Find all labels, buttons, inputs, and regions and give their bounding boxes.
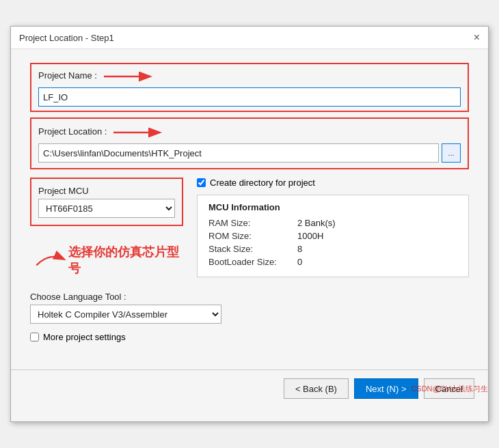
language-section: Choose Language Tool : Holtek C Compiler… — [30, 292, 469, 324]
mcu-ram-key: RAM Size: — [208, 218, 297, 228]
location-row: ... — [38, 143, 461, 163]
close-button[interactable]: × — [474, 32, 480, 43]
more-settings-row: More project settings — [30, 332, 469, 342]
mcu-rom-key: ROM Size: — [208, 231, 297, 241]
dialog-content: Project Name : Project Location : — [11, 49, 488, 356]
left-section: Project MCU HT66F0185 HT66F0183 HT66F018… — [30, 178, 183, 279]
dialog-footer: < Back (B) Next (N) > Cancel — [11, 369, 488, 407]
next-button[interactable]: Next (N) > — [354, 378, 418, 399]
more-settings-checkbox[interactable] — [30, 333, 39, 341]
mcu-stack-key: Stack Size: — [208, 244, 297, 254]
mcu-bootloader-val: 0 — [297, 257, 302, 267]
mcu-info-row: RAM Size: 2 Bank(s) — [208, 218, 457, 228]
mcu-stack-val: 8 — [297, 244, 302, 254]
cancel-button[interactable]: Cancel — [424, 378, 474, 399]
mcu-ram-val: 2 Bank(s) — [297, 218, 336, 228]
mcu-select[interactable]: HT66F0185 HT66F0183 HT66F0180 — [38, 199, 175, 218]
mcu-info-row: Stack Size: 8 — [208, 244, 457, 254]
project-mcu-label: Project MCU — [38, 186, 175, 196]
mcu-info-title: MCU Information — [208, 202, 457, 212]
annotation-row: 选择你的仿真芯片型号 — [30, 238, 183, 279]
arrow-icon-3 — [30, 245, 68, 272]
mcu-info-row: ROM Size: 1000H — [208, 231, 457, 241]
language-label: Choose Language Tool : — [30, 292, 469, 302]
arrow-icon — [104, 68, 159, 85]
arrow-icon-2 — [113, 124, 168, 141]
more-settings-label: More project settings — [43, 332, 126, 342]
project-location-input[interactable] — [38, 143, 439, 163]
create-directory-checkbox[interactable] — [197, 178, 206, 187]
project-name-input[interactable] — [38, 87, 461, 107]
language-select[interactable]: Holtek C Compiler V3/Assembler Assembler… — [30, 305, 221, 324]
mcu-bootloader-key: BootLoader Size: — [208, 257, 297, 267]
browse-button[interactable]: ... — [442, 143, 461, 163]
middle-section: Project MCU HT66F0185 HT66F0183 HT66F018… — [30, 178, 469, 279]
mcu-section: Project MCU HT66F0185 HT66F0183 HT66F018… — [30, 178, 183, 226]
create-directory-label: Create directory for project — [210, 178, 315, 188]
annotation-text: 选择你的仿真芯片型号 — [68, 244, 183, 277]
right-section: Create directory for project MCU Informa… — [197, 178, 469, 279]
dialog-window: Project Location - Step1 × Project Name … — [10, 26, 489, 422]
create-directory-row: Create directory for project — [197, 178, 469, 188]
project-name-label: Project Name : — [38, 70, 97, 81]
title-bar: Project Location - Step1 × — [11, 27, 488, 49]
project-location-label: Project Location : — [38, 126, 107, 137]
back-button[interactable]: < Back (B) — [284, 378, 349, 399]
project-name-section: Project Name : — [30, 63, 469, 112]
mcu-info-row: BootLoader Size: 0 — [208, 257, 457, 267]
mcu-rom-val: 1000H — [297, 231, 323, 241]
mcu-info-box: MCU Information RAM Size: 2 Bank(s) ROM … — [197, 195, 469, 277]
dialog-title: Project Location - Step1 — [19, 33, 114, 43]
project-location-section: Project Location : ... — [30, 117, 469, 169]
